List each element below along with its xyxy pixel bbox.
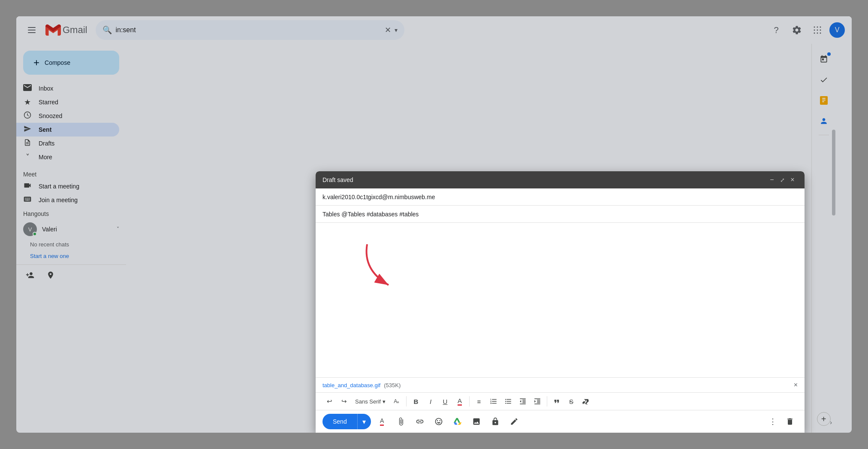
attach-file-button[interactable] <box>393 414 409 429</box>
compose-expand-button[interactable]: ⤢ <box>777 175 787 185</box>
attachment-size: (535K) <box>384 382 401 388</box>
strikethrough-button[interactable]: S <box>564 394 578 408</box>
compose-close-button[interactable]: × <box>787 175 798 185</box>
compose-header: Draft saved − ⤢ × <box>316 171 805 188</box>
font-dropdown-icon: ▾ <box>383 398 386 405</box>
undo-button[interactable]: ↩ <box>322 394 336 408</box>
compose-window: Draft saved − ⤢ × k.valeri2010.0c1tgixcd… <box>316 171 805 433</box>
format-toolbar: ↩ ↪ Sans Serif ▾ Aa B I U A ≡ <box>316 392 805 410</box>
compose-subject-field[interactable]: Tables @Tables #databases #tables <box>316 206 805 223</box>
font-selector[interactable]: Sans Serif ▾ <box>352 394 389 408</box>
indent-less-button[interactable] <box>516 394 530 408</box>
delete-draft-button[interactable] <box>782 414 798 429</box>
google-drive-button[interactable] <box>450 414 465 429</box>
text-color-button[interactable]: A <box>453 394 467 408</box>
insert-link-button[interactable] <box>412 414 428 429</box>
attachment-name[interactable]: table_and_database.gif <box>322 382 380 388</box>
send-bar: Send ▾ A <box>316 410 805 433</box>
underline-button[interactable]: U <box>438 394 452 408</box>
quote-button[interactable] <box>550 394 564 408</box>
redo-button[interactable]: ↪ <box>337 394 351 408</box>
insert-photo-button[interactable] <box>469 414 484 429</box>
compose-minimize-button[interactable]: − <box>767 175 777 185</box>
font-name: Sans Serif <box>355 398 381 405</box>
more-options-button[interactable]: ⋮ <box>765 414 781 429</box>
insert-emoji-button[interactable] <box>431 414 446 429</box>
gmail-window: Gmail 🔍 ✕ ▾ ? <box>16 16 852 433</box>
bold-button[interactable]: B <box>409 394 423 408</box>
compose-title: Draft saved <box>322 176 767 183</box>
compose-to-value: k.valeri2010.0c1tgixcd@m.nimbusweb.me <box>322 194 435 200</box>
signature-button[interactable] <box>506 414 522 429</box>
format-text-button[interactable]: A <box>374 414 390 429</box>
svg-text:a: a <box>397 400 399 404</box>
compose-body[interactable] <box>316 223 805 377</box>
italic-button[interactable]: I <box>424 394 437 408</box>
fmt-divider-2 <box>469 396 470 407</box>
remove-format-button[interactable] <box>579 394 593 408</box>
send-dropdown-button[interactable]: ▾ <box>357 414 371 429</box>
numbered-list-button[interactable] <box>487 394 500 408</box>
outer-background: Gmail 🔍 ✕ ▾ ? <box>0 0 868 449</box>
arrow-annotation <box>350 236 419 291</box>
compose-to-field[interactable]: k.valeri2010.0c1tgixcd@m.nimbusweb.me <box>316 188 805 206</box>
attachment-close-button[interactable]: × <box>794 381 798 389</box>
fmt-divider-3 <box>547 396 547 407</box>
send-bar-right: ⋮ <box>765 414 798 429</box>
fmt-divider-1 <box>406 396 407 407</box>
attachment-bar: table_and_database.gif (535K) × <box>316 377 805 392</box>
text-size-button[interactable]: Aa <box>390 394 404 408</box>
compose-subject-value: Tables @Tables #databases #tables <box>322 211 419 218</box>
send-button[interactable]: Send <box>322 414 357 429</box>
bullet-list-button[interactable] <box>501 394 515 408</box>
indent-more-button[interactable] <box>530 394 544 408</box>
align-button[interactable]: ≡ <box>472 394 486 408</box>
confidential-button[interactable] <box>488 414 503 429</box>
send-button-group: Send ▾ <box>322 414 371 429</box>
